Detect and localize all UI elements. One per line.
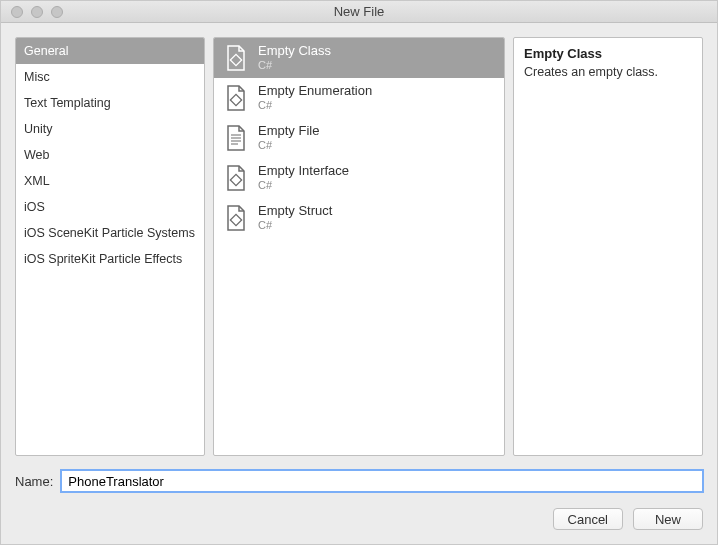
file-text-icon (224, 124, 248, 152)
svg-rect-1 (230, 94, 241, 105)
category-item[interactable]: XML (16, 168, 204, 194)
category-item[interactable]: General (16, 38, 204, 64)
template-item[interactable]: Empty EnumerationC# (214, 78, 504, 118)
category-item[interactable]: Misc (16, 64, 204, 90)
template-item[interactable]: Empty ClassC# (214, 38, 504, 78)
category-list[interactable]: GeneralMiscText TemplatingUnityWebXMLiOS… (15, 37, 205, 456)
file-code-icon (224, 84, 248, 112)
dialog-buttons: Cancel New (15, 508, 703, 534)
template-label: Empty Struct (258, 204, 332, 218)
template-language: C# (258, 178, 349, 192)
template-label: Empty File (258, 124, 319, 138)
category-item[interactable]: iOS (16, 194, 204, 220)
description-body: Creates an empty class. (524, 65, 692, 79)
titlebar: New File (1, 1, 717, 23)
description-panel: Empty Class Creates an empty class. (513, 37, 703, 456)
template-language: C# (258, 218, 332, 232)
template-language: C# (258, 98, 372, 112)
category-item[interactable]: Web (16, 142, 204, 168)
template-item[interactable]: Empty InterfaceC# (214, 158, 504, 198)
template-list[interactable]: Empty ClassC# Empty EnumerationC# Empty … (213, 37, 505, 456)
template-language: C# (258, 138, 319, 152)
template-label: Empty Class (258, 44, 331, 58)
window-title: New File (1, 4, 717, 19)
file-code-icon (224, 44, 248, 72)
category-item[interactable]: Unity (16, 116, 204, 142)
zoom-window-button[interactable] (51, 6, 63, 18)
window-controls (1, 6, 63, 18)
description-title: Empty Class (524, 46, 692, 61)
name-input[interactable] (61, 470, 703, 492)
new-button[interactable]: New (633, 508, 703, 530)
svg-rect-0 (230, 54, 241, 65)
template-language: C# (258, 58, 331, 72)
new-file-dialog: New File GeneralMiscText TemplatingUnity… (0, 0, 718, 545)
dialog-content: GeneralMiscText TemplatingUnityWebXMLiOS… (1, 23, 717, 544)
category-item[interactable]: iOS SpriteKit Particle Effects (16, 246, 204, 272)
minimize-window-button[interactable] (31, 6, 43, 18)
name-row: Name: (15, 470, 703, 492)
file-code-icon (224, 164, 248, 192)
cancel-button[interactable]: Cancel (553, 508, 623, 530)
template-item[interactable]: Empty StructC# (214, 198, 504, 238)
svg-rect-7 (230, 214, 241, 225)
panes: GeneralMiscText TemplatingUnityWebXMLiOS… (15, 37, 703, 456)
name-label: Name: (15, 474, 53, 489)
category-item[interactable]: Text Templating (16, 90, 204, 116)
close-window-button[interactable] (11, 6, 23, 18)
template-label: Empty Interface (258, 164, 349, 178)
template-item[interactable]: Empty FileC# (214, 118, 504, 158)
template-label: Empty Enumeration (258, 84, 372, 98)
svg-rect-6 (230, 174, 241, 185)
category-item[interactable]: iOS SceneKit Particle Systems (16, 220, 204, 246)
file-code-icon (224, 204, 248, 232)
